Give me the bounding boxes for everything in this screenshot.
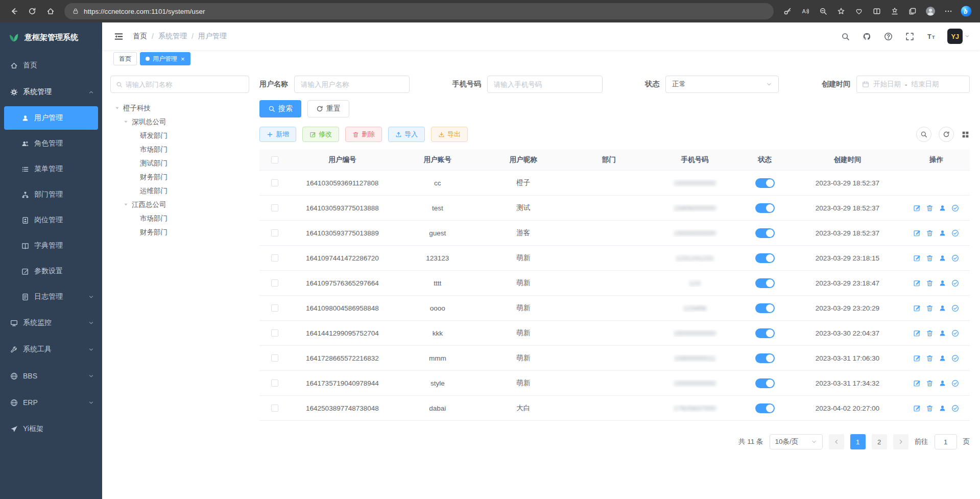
page-button[interactable]: 2 — [872, 434, 887, 449]
user-avatar[interactable]: YJ — [947, 29, 970, 44]
username-input[interactable] — [294, 76, 410, 93]
row-checkbox[interactable] — [271, 304, 278, 312]
page-size-select[interactable]: 10条/页 — [770, 434, 823, 449]
sidebar-item-dict-mgmt[interactable]: 字典管理 — [0, 233, 102, 258]
user-icon[interactable] — [939, 405, 946, 412]
sidebar-item-bbs[interactable]: BBS — [0, 363, 102, 389]
refresh-icon[interactable] — [23, 3, 41, 19]
check-circle-icon[interactable] — [951, 405, 959, 412]
status-toggle[interactable] — [755, 203, 775, 213]
favorites-icon[interactable] — [832, 3, 850, 19]
trash-icon[interactable] — [926, 229, 934, 237]
row-checkbox[interactable] — [271, 229, 278, 236]
edit-square-icon[interactable] — [913, 279, 921, 287]
sidebar-item-yi-framework[interactable]: Yi框架 — [0, 416, 102, 442]
check-circle-icon[interactable] — [951, 254, 959, 262]
trash-icon[interactable] — [926, 354, 934, 362]
prev-page-button[interactable] — [829, 434, 844, 449]
date-range-picker[interactable]: 开始日期 - 结束日期 — [856, 76, 970, 93]
row-checkbox[interactable] — [271, 254, 278, 262]
tree-node[interactable]: 橙子科技 — [110, 101, 249, 115]
more-options-icon[interactable] — [940, 3, 957, 19]
status-toggle[interactable] — [755, 278, 775, 288]
edit-square-icon[interactable] — [913, 254, 921, 262]
user-icon[interactable] — [939, 329, 946, 337]
close-icon[interactable]: × — [181, 56, 185, 62]
status-toggle[interactable] — [755, 178, 775, 188]
row-checkbox[interactable] — [271, 204, 278, 211]
tree-node[interactable]: 江西总公司 — [110, 198, 249, 211]
sidebar-item-menu-mgmt[interactable]: 菜单管理 — [0, 156, 102, 182]
sidebar-item-sys-tools[interactable]: 系统工具 — [0, 336, 102, 363]
sidebar-item-dept-mgmt[interactable]: 部门管理 — [0, 182, 102, 207]
row-checkbox[interactable] — [271, 379, 278, 387]
export-button[interactable]: 导出 — [431, 127, 468, 142]
phone-input[interactable] — [487, 76, 603, 93]
user-icon[interactable] — [939, 279, 946, 287]
row-checkbox[interactable] — [271, 405, 278, 412]
collections-icon[interactable] — [904, 3, 921, 19]
tab-home[interactable]: 首页 — [113, 52, 137, 65]
tree-node[interactable]: 市场部门 — [110, 142, 249, 156]
row-checkbox[interactable] — [271, 279, 278, 287]
goto-page-input[interactable] — [935, 434, 957, 449]
trash-icon[interactable] — [926, 304, 934, 312]
tree-node[interactable]: 财务部门 — [110, 170, 249, 184]
trash-icon[interactable] — [926, 405, 934, 412]
breadcrumb-item[interactable]: 首页 — [133, 32, 147, 41]
sidebar-item-sys-monitor[interactable]: 系统监控 — [0, 310, 102, 336]
arrow-left-icon[interactable] — [5, 3, 22, 19]
edit-square-icon[interactable] — [913, 229, 921, 237]
status-toggle[interactable] — [755, 253, 775, 263]
sidebar-item-erp[interactable]: ERP — [0, 389, 102, 416]
github-icon[interactable] — [862, 31, 872, 41]
favorites-bar-icon[interactable] — [886, 3, 903, 19]
next-page-button[interactable] — [893, 434, 909, 449]
breadcrumb-item[interactable]: 系统管理 — [158, 32, 187, 41]
tree-node[interactable]: 财务部门 — [110, 225, 249, 239]
user-icon[interactable] — [939, 379, 946, 387]
row-checkbox[interactable] — [271, 329, 278, 337]
add-button[interactable]: 新增 — [259, 127, 296, 142]
trash-icon[interactable] — [926, 379, 934, 387]
zoom-out-icon[interactable] — [815, 3, 832, 19]
help-icon[interactable] — [883, 31, 893, 41]
trash-icon[interactable] — [926, 279, 934, 287]
essentials-icon[interactable] — [850, 3, 868, 19]
edit-square-icon[interactable] — [913, 405, 921, 412]
tree-node[interactable]: 市场部门 — [110, 211, 249, 225]
status-toggle[interactable] — [755, 378, 775, 388]
key-icon[interactable] — [779, 3, 796, 19]
edit-square-icon[interactable] — [913, 304, 921, 312]
user-icon[interactable] — [939, 254, 946, 262]
edit-square-icon[interactable] — [913, 354, 921, 362]
check-circle-icon[interactable] — [951, 279, 959, 287]
check-circle-icon[interactable] — [951, 204, 959, 212]
sidebar-item-home[interactable]: 首页 — [0, 52, 102, 79]
sidebar-item-post-mgmt[interactable]: 岗位管理 — [0, 207, 102, 233]
row-checkbox[interactable] — [271, 354, 278, 362]
status-toggle[interactable] — [755, 228, 775, 238]
check-circle-icon[interactable] — [951, 304, 959, 312]
page-button[interactable]: 1 — [850, 434, 866, 449]
select-all-checkbox[interactable] — [271, 156, 278, 163]
tree-node[interactable]: 深圳总公司 — [110, 115, 249, 129]
trash-icon[interactable] — [926, 204, 934, 212]
profile-avatar-icon[interactable] — [922, 3, 939, 19]
check-circle-icon[interactable] — [951, 379, 959, 387]
search-icon[interactable] — [840, 31, 850, 41]
table-search-button[interactable] — [916, 127, 931, 142]
sidebar-item-param-settings[interactable]: 参数设置 — [0, 258, 102, 284]
user-icon[interactable] — [939, 204, 946, 212]
tree-node[interactable]: 研发部门 — [110, 129, 249, 142]
status-toggle[interactable] — [755, 353, 775, 363]
sidebar-item-system-mgmt[interactable]: 系统管理 — [0, 79, 102, 105]
status-select[interactable]: 正常 — [665, 76, 779, 93]
user-icon[interactable] — [939, 354, 946, 362]
user-icon[interactable] — [939, 229, 946, 237]
sidebar-item-role-mgmt[interactable]: 角色管理 — [0, 131, 102, 156]
edit-button[interactable]: 修改 — [302, 127, 339, 142]
table-refresh-button[interactable] — [939, 127, 954, 142]
sidebar-item-user-mgmt[interactable]: 用户管理 — [4, 106, 98, 130]
delete-button[interactable]: 删除 — [345, 127, 382, 142]
